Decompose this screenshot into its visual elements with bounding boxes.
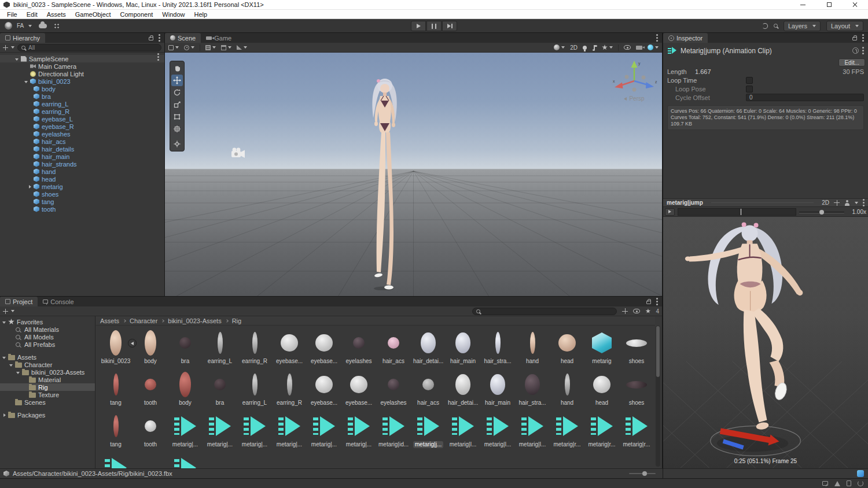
camera-settings-icon[interactable] xyxy=(636,46,642,50)
asset-item[interactable]: metarig|... xyxy=(203,411,237,453)
log-icon[interactable] xyxy=(847,480,851,486)
menu-dots-icon[interactable] xyxy=(863,202,865,204)
cloud-icon[interactable] xyxy=(39,24,47,28)
hierarchy-item[interactable]: SampleScene xyxy=(0,55,164,62)
asset-item[interactable]: metarig|... xyxy=(237,411,272,453)
asset-item[interactable]: eyelashes xyxy=(376,369,411,411)
foldout-arrow-icon[interactable] xyxy=(27,108,34,115)
foldout-arrow-icon[interactable] xyxy=(1,354,8,361)
folder-tree-item[interactable]: Material xyxy=(0,376,95,383)
foldout-arrow-icon[interactable] xyxy=(27,168,34,175)
menu-item[interactable]: GameObject xyxy=(71,11,116,18)
folder-tree-item[interactable]: Scenes xyxy=(0,398,95,406)
tool-settings-dropdown[interactable] xyxy=(168,45,179,50)
breadcrumb-item[interactable]: Assets xyxy=(100,317,126,324)
rect-tool[interactable] xyxy=(171,111,183,123)
create-add-button[interactable] xyxy=(3,309,8,314)
asset-item[interactable]: bra xyxy=(168,328,203,369)
pivot-dropdown[interactable] xyxy=(184,45,194,50)
menu-dots-icon[interactable] xyxy=(656,37,658,39)
foldout-arrow-icon[interactable] xyxy=(8,399,15,406)
asset-item[interactable]: eyelashes xyxy=(341,328,376,369)
foldout-arrow-icon[interactable] xyxy=(14,56,21,62)
foldout-arrow-icon[interactable] xyxy=(8,361,15,368)
scene-viewport[interactable]: y x z Persp xyxy=(165,53,662,296)
asset-item[interactable]: metarig|... xyxy=(307,411,341,453)
preview-avatar-icon[interactable] xyxy=(844,200,850,206)
asset-item[interactable]: head xyxy=(550,328,584,369)
asset-item[interactable]: metarig|l... xyxy=(515,411,550,453)
breadcrumb-item[interactable]: Character xyxy=(130,317,164,324)
move-snap-dropdown[interactable] xyxy=(221,45,231,50)
foldout-arrow-icon[interactable] xyxy=(27,138,34,145)
scrollbar-thumb[interactable] xyxy=(656,326,660,377)
foldout-arrow-icon[interactable] xyxy=(27,206,34,213)
hierarchy-item[interactable]: earring_L xyxy=(0,100,164,108)
foldout-arrow-icon[interactable] xyxy=(27,116,34,123)
foldout-arrow-icon[interactable] xyxy=(27,86,34,93)
perspective-label[interactable]: Persp xyxy=(609,95,659,102)
asset-item[interactable]: eyebase... xyxy=(307,328,341,369)
foldout-arrow-icon[interactable] xyxy=(27,131,34,138)
folder-tree-item[interactable]: Texture xyxy=(0,391,95,398)
foldout-arrow-icon[interactable] xyxy=(27,183,34,190)
menu-dots-icon[interactable] xyxy=(656,301,658,302)
hierarchy-search-input[interactable]: All xyxy=(17,44,161,51)
asset-item[interactable]: metarig|l... xyxy=(446,411,480,453)
asset-item[interactable]: tooth xyxy=(133,411,168,453)
subassets-collapse-button[interactable] xyxy=(128,339,137,347)
foldout-arrow-icon[interactable] xyxy=(22,384,29,391)
asset-item[interactable]: eyebase... xyxy=(341,369,376,411)
folder-tree-item[interactable]: Packages xyxy=(0,411,95,419)
pause-button[interactable] xyxy=(426,21,442,31)
asset-item[interactable]: tang xyxy=(98,411,133,453)
asset-item[interactable]: earring_R xyxy=(272,369,307,411)
asset-item[interactable]: metarig|... xyxy=(341,411,376,453)
grid-snap-dropdown[interactable] xyxy=(205,45,216,50)
breadcrumb-item[interactable]: Rig xyxy=(232,317,242,324)
foldout-arrow-icon[interactable] xyxy=(1,412,8,419)
lock-icon[interactable] xyxy=(149,37,153,40)
scene-options-dots-icon[interactable] xyxy=(157,56,159,58)
hierarchy-item[interactable]: eyelashes xyxy=(0,130,164,138)
tab-scene[interactable]: Scene xyxy=(165,33,201,43)
increment-snap-dropdown[interactable] xyxy=(237,45,247,50)
edit-clip-button[interactable]: Edit... xyxy=(838,58,865,66)
undo-history-icon[interactable] xyxy=(762,23,768,29)
menu-item[interactable]: File xyxy=(2,11,22,18)
search-by-type-icon[interactable] xyxy=(622,308,628,314)
asset-item[interactable]: tang xyxy=(98,369,133,411)
asset-item[interactable] xyxy=(98,453,133,468)
preview-gizmo-icon[interactable] xyxy=(834,200,840,206)
folder-tree-item[interactable]: Favorites xyxy=(0,318,95,326)
foldout-arrow-icon[interactable] xyxy=(23,63,30,70)
lock-icon[interactable] xyxy=(852,37,857,40)
asset-bundle-icon[interactable] xyxy=(857,470,864,477)
foldout-arrow-icon[interactable] xyxy=(8,341,15,348)
hierarchy-item[interactable]: hair_details xyxy=(0,145,164,153)
hierarchy-item[interactable]: bikini_0023 xyxy=(0,77,164,85)
foldout-arrow-icon[interactable] xyxy=(15,369,22,376)
camera-gizmo-icon[interactable] xyxy=(230,147,246,160)
hierarchy-item[interactable]: hand xyxy=(0,168,164,175)
foldout-arrow-icon[interactable] xyxy=(27,198,34,205)
hierarchy-item[interactable]: eyebase_L xyxy=(0,115,164,123)
asset-item[interactable]: metarig|r... xyxy=(550,411,584,453)
asset-item[interactable]: bikini_0023 xyxy=(98,328,133,369)
asset-item[interactable]: head xyxy=(584,369,619,411)
shading-mode-dropdown[interactable] xyxy=(554,45,565,50)
asset-item[interactable]: body xyxy=(168,369,203,411)
project-search-input[interactable] xyxy=(472,308,617,315)
hierarchy-item[interactable]: shoes xyxy=(0,190,164,198)
asset-item[interactable]: metarig|j... xyxy=(411,411,446,453)
foldout-arrow-icon[interactable] xyxy=(27,153,34,160)
foldout-arrow-icon[interactable] xyxy=(27,161,34,168)
transform-tool[interactable] xyxy=(171,123,183,135)
scale-tool[interactable] xyxy=(171,99,183,110)
warning-icon[interactable] xyxy=(834,481,840,486)
create-add-button[interactable] xyxy=(3,45,8,50)
asset-item[interactable]: hand xyxy=(550,369,584,411)
foldout-arrow-icon[interactable] xyxy=(27,93,34,100)
animation-preview-viewport[interactable]: 0:25 (051.1%) Frame 25 xyxy=(663,217,868,468)
packages-count[interactable]: 4 xyxy=(656,308,659,315)
